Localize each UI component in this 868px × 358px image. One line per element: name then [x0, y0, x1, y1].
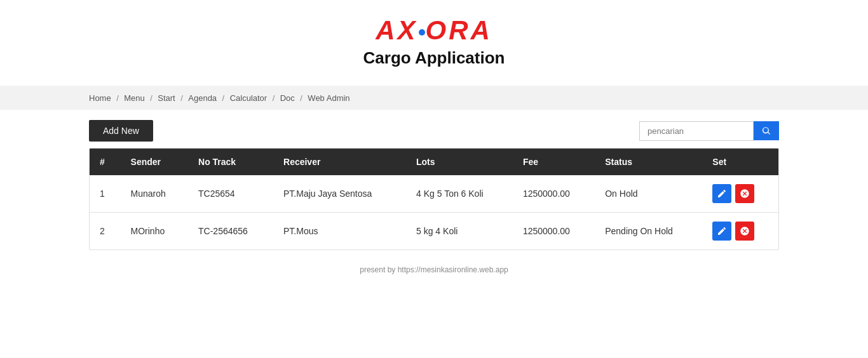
sep-5: /	[273, 93, 275, 103]
breadcrumb: Home / Menu / Start / Agenda / Calculato…	[0, 86, 868, 110]
row2-actions	[702, 213, 778, 250]
search-area	[639, 121, 779, 141]
breadcrumb-calculator[interactable]: Calculator	[230, 93, 268, 103]
col-header-lots: Lots	[406, 149, 513, 175]
row1-id: 1	[90, 175, 121, 213]
data-table-container: # Sender No Track Receiver Lots Fee Stat…	[89, 148, 779, 250]
table-body: 1 Munaroh TC25654 PT.Maju Jaya Sentosa 4…	[90, 175, 778, 249]
row1-fee: 1250000.00	[513, 175, 595, 213]
search-input[interactable]	[639, 121, 754, 141]
close-icon	[740, 226, 750, 236]
col-header-status: Status	[595, 149, 702, 175]
add-new-button[interactable]: Add New	[89, 120, 153, 142]
table-header: # Sender No Track Receiver Lots Fee Stat…	[90, 149, 778, 175]
breadcrumb-start[interactable]: Start	[158, 93, 175, 103]
breadcrumb-home[interactable]: Home	[89, 93, 111, 103]
edit-icon	[717, 189, 727, 199]
logo: AXORA	[376, 15, 492, 46]
breadcrumb-doc[interactable]: Doc	[280, 93, 295, 103]
row1-edit-button[interactable]	[712, 184, 731, 203]
col-header-fee: Fee	[513, 149, 595, 175]
row2-status: Pending On Hold	[595, 213, 702, 250]
col-header-receiver: Receiver	[273, 149, 406, 175]
row1-receiver: PT.Maju Jaya Sentosa	[273, 175, 406, 213]
app-title: Cargo Application	[0, 48, 868, 68]
breadcrumb-menu[interactable]: Menu	[124, 93, 145, 103]
breadcrumb-webadmin: Web Admin	[308, 93, 349, 103]
footer: present by https://mesinkasironline.web.…	[0, 250, 868, 281]
cargo-table: # Sender No Track Receiver Lots Fee Stat…	[90, 149, 778, 249]
col-header-set: Set	[702, 149, 778, 175]
row2-sender: MOrinho	[121, 213, 188, 250]
sep-3: /	[180, 93, 183, 103]
row1-sender: Munaroh	[121, 175, 188, 213]
row2-notrack: TC-2564656	[188, 213, 273, 250]
row1-lots: 4 Kg 5 Ton 6 Koli	[406, 175, 513, 213]
edit-icon	[717, 226, 727, 236]
breadcrumb-agenda[interactable]: Agenda	[188, 93, 217, 103]
row2-lots: 5 kg 4 Koli	[406, 213, 513, 250]
sep-2: /	[150, 93, 153, 103]
row2-fee: 1250000.00	[513, 213, 595, 250]
col-header-id: #	[90, 149, 121, 175]
toolbar: Add New	[0, 110, 868, 148]
footer-text: present by https://mesinkasironline.web.…	[360, 265, 508, 274]
sep-6: /	[300, 93, 302, 103]
col-header-notrack: No Track	[188, 149, 273, 175]
row1-delete-button[interactable]	[735, 184, 754, 203]
table-row: 2 MOrinho TC-2564656 PT.Mous 5 kg 4 Koli…	[90, 213, 778, 250]
row2-delete-button[interactable]	[735, 222, 754, 241]
header: AXORA Cargo Application	[0, 0, 868, 74]
table-row: 1 Munaroh TC25654 PT.Maju Jaya Sentosa 4…	[90, 175, 778, 213]
search-button[interactable]	[754, 121, 779, 140]
sep-4: /	[222, 93, 225, 103]
row2-id: 2	[90, 213, 121, 250]
col-header-sender: Sender	[121, 149, 188, 175]
search-icon	[761, 126, 771, 136]
close-icon	[740, 189, 750, 199]
row1-actions	[702, 175, 778, 213]
row1-status: On Hold	[595, 175, 702, 213]
row2-receiver: PT.Mous	[273, 213, 406, 250]
row2-edit-button[interactable]	[712, 222, 731, 241]
sep-1: /	[116, 93, 119, 103]
row1-notrack: TC25654	[188, 175, 273, 213]
